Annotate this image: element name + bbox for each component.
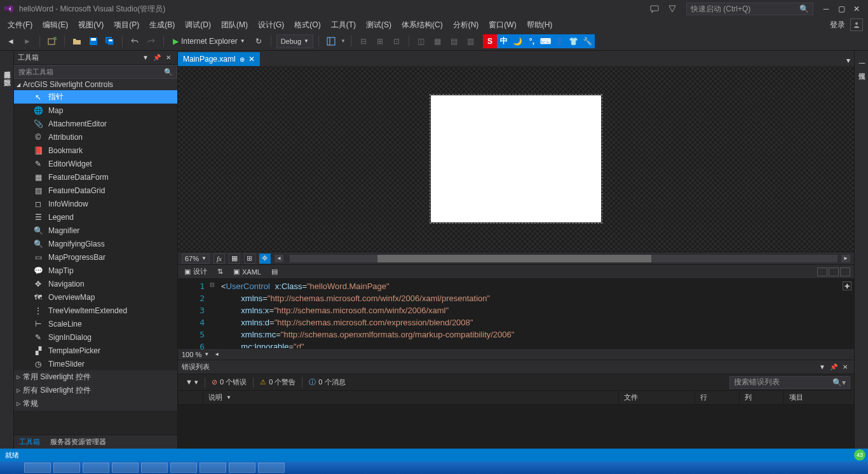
taskbar-entry[interactable] [258, 463, 285, 473]
start-debug-button[interactable]: ▶ Internet Explorer ▼ [169, 34, 249, 48]
toolbox-item[interactable]: ▭MapProgressBar [14, 250, 177, 264]
dropdown-icon[interactable]: ▼ [817, 362, 827, 372]
align-button-3[interactable]: ⊡ [390, 34, 403, 48]
menu-file[interactable]: 文件(F) [3, 18, 37, 32]
menu-analyze[interactable]: 分析(N) [448, 18, 484, 32]
taskbar-entry[interactable] [229, 463, 255, 473]
close-icon[interactable]: ✕ [248, 55, 255, 64]
toolbox-item[interactable]: ✎EditorWidget [14, 157, 177, 170]
align-button-2[interactable]: ⊞ [373, 34, 387, 48]
toolbox-item[interactable]: 🔍MagnifyingGlass [14, 237, 177, 250]
menu-project[interactable]: 项目(P) [109, 18, 144, 32]
toolbox-search-input[interactable]: 搜索工具箱 🔍 [14, 65, 177, 79]
side-tab-datasource[interactable]: 数据源 [0, 70, 13, 78]
scroll-left-icon[interactable]: ◄ [275, 255, 283, 262]
maximize-button[interactable]: ▢ [834, 3, 849, 15]
design-canvas-area[interactable] [178, 66, 854, 252]
align-button-1[interactable]: ⊟ [356, 34, 370, 48]
tab-xaml[interactable]: ▣ XAML [231, 266, 264, 277]
swap-icon[interactable]: ⇅ [217, 267, 223, 276]
tab-toolbox[interactable]: 工具箱 [14, 435, 45, 449]
toolbox-item[interactable]: ✎SignInDialog [14, 330, 177, 344]
scrollbar-thumb[interactable] [377, 255, 651, 262]
pin-icon[interactable]: ⊕ [240, 56, 245, 63]
ime-user-icon[interactable]: 👤 [553, 34, 567, 48]
nav-forward-button[interactable]: ► [20, 34, 34, 48]
col-line[interactable]: 行 [695, 391, 740, 404]
toolbox-item[interactable]: ⊢ScaleLine [14, 317, 177, 330]
save-all-button[interactable] [103, 34, 117, 48]
config-combo[interactable]: Debug ▼ [276, 34, 313, 48]
toolbox-item[interactable]: ▤FeatureDataGrid [14, 184, 177, 197]
menu-view[interactable]: 视图(V) [73, 18, 109, 32]
document-tab-active[interactable]: MainPage.xaml ⊕ ✕ [178, 52, 260, 66]
toolbox-item[interactable]: ⋮TreeViewItemExtended [14, 304, 177, 317]
error-search-input[interactable]: 搜索错误列表 🔍▾ [729, 376, 850, 389]
toolbox-item[interactable]: 🔍Magnifier [14, 224, 177, 237]
toolbox-item[interactable]: ✥Navigation [14, 277, 177, 290]
ime-skin-icon[interactable]: 👕 [567, 34, 581, 48]
notifications-icon[interactable] [665, 1, 680, 17]
ime-tool-icon[interactable]: 🔧 [581, 34, 595, 48]
group-button-4[interactable]: ▥ [464, 34, 478, 48]
warnings-filter[interactable]: ⚠0 个警告 [256, 376, 299, 388]
col-column[interactable]: 列 [740, 391, 784, 404]
side-tab-solution-explorer[interactable]: 解决方案资源管理器 [855, 53, 868, 61]
save-button[interactable] [86, 34, 100, 48]
messages-filter[interactable]: ⓘ0 个消息 [305, 376, 349, 388]
menu-build[interactable]: 生成(B) [144, 18, 180, 32]
toolbox-group[interactable]: ▷常用 Silverlight 控件 [14, 370, 177, 384]
split-collapse-icon[interactable] [840, 267, 850, 276]
toolbox-item[interactable]: 🗺OverviewMap [14, 290, 177, 304]
feedback-icon[interactable] [647, 1, 662, 17]
taskbar-entry[interactable] [170, 463, 197, 473]
toolbox-item[interactable]: 📕Bookmark [14, 144, 177, 157]
refresh-button[interactable]: ↻ [252, 34, 266, 48]
menu-window[interactable]: 窗口(W) [484, 18, 521, 32]
new-project-button[interactable] [45, 34, 59, 48]
xaml-dropdown-icon[interactable]: ▤ [271, 267, 278, 276]
pin-icon[interactable]: 📌 [829, 362, 839, 372]
col-icon[interactable] [178, 391, 203, 404]
redo-button[interactable] [144, 34, 158, 48]
outline-column[interactable]: ⊟ [210, 279, 219, 348]
sign-in-link[interactable]: 登录 [830, 20, 845, 30]
close-icon[interactable]: ✕ [840, 362, 850, 372]
tabs-dropdown-icon[interactable]: ▾ [843, 55, 854, 66]
horizontal-scrollbar[interactable] [290, 255, 837, 262]
taskbar-entry[interactable] [141, 463, 168, 473]
pin-icon[interactable]: 📌 [152, 53, 162, 63]
snap-button[interactable]: ⊞ [244, 254, 255, 264]
minimize-button[interactable]: ─ [818, 3, 834, 15]
ime-logo-icon[interactable]: S [483, 34, 497, 48]
taskbar-entry[interactable] [53, 463, 80, 473]
design-canvas[interactable] [431, 95, 601, 222]
errors-filter[interactable]: ⊘0 个错误 [208, 376, 250, 388]
toolbox-item[interactable]: 📎AttachmentEditor [14, 117, 177, 130]
tab-design[interactable]: ▣ 设计 [182, 266, 210, 278]
dropdown-icon[interactable]: ▼ [140, 53, 151, 63]
group-button-3[interactable]: ▤ [447, 34, 461, 48]
col-description[interactable]: 说明▼ [203, 391, 619, 404]
start-button[interactable] [3, 462, 22, 473]
taskbar-entry[interactable] [83, 463, 109, 473]
code-content[interactable]: <UserControl x:Class="helloWord.MainPage… [219, 279, 854, 348]
toolbox-item[interactable]: ↖指针 [14, 90, 177, 104]
layout-button[interactable] [324, 34, 338, 48]
menu-help[interactable]: 帮助(H) [522, 18, 558, 32]
split-vertical-icon[interactable] [817, 267, 827, 276]
code-editor[interactable]: 123456 ⊟ <UserControl x:Class="helloWord… [178, 278, 854, 348]
ime-lang-button[interactable]: 中 [497, 34, 511, 48]
taskbar-entry[interactable] [200, 463, 226, 473]
pan-button[interactable]: ✥ [259, 254, 271, 264]
menu-architecture[interactable]: 体系结构(C) [397, 18, 448, 32]
toolbox-item[interactable]: ◻InfoWindow [14, 197, 177, 210]
open-file-button[interactable] [70, 34, 84, 48]
fx-button[interactable]: fx [214, 254, 225, 264]
group-button-2[interactable]: ▦ [431, 34, 445, 48]
grid-button[interactable]: ▦ [229, 254, 240, 264]
toolbox-item[interactable]: ©Attribution [14, 130, 177, 144]
menu-format[interactable]: 格式(O) [289, 18, 325, 32]
ime-moon-icon[interactable]: 🌙 [511, 34, 525, 48]
undo-button[interactable] [128, 34, 142, 48]
